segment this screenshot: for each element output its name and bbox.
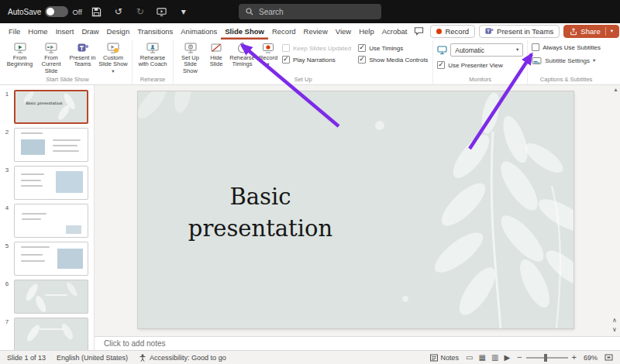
slideshow-view-button[interactable]: ▶ xyxy=(504,353,510,362)
slide-thumbnail-1[interactable]: 1 Basic presentation xyxy=(2,90,88,124)
tab-view[interactable]: View xyxy=(332,23,355,39)
checkbox-icon xyxy=(532,43,539,51)
ribbon-tab-bar: File Home Insert Draw Design Transitions… xyxy=(0,23,620,39)
zoom-in-button[interactable]: + xyxy=(572,353,577,362)
thumbnail-preview xyxy=(14,166,88,200)
language-status[interactable]: English (United States) xyxy=(57,354,128,362)
slide-title-text[interactable]: Basic presentation xyxy=(138,181,383,244)
group-label-rehearse: Rehearse xyxy=(135,76,170,84)
tab-record[interactable]: Record xyxy=(268,23,300,39)
from-beginning-button[interactable]: From Beginning xyxy=(5,40,34,76)
zoom-slider[interactable] xyxy=(526,357,568,359)
from-current-slide-icon xyxy=(45,42,57,54)
customize-quick-access-icon[interactable]: ▾ xyxy=(177,5,191,19)
zoom-percent[interactable]: 69% xyxy=(584,354,598,362)
group-label-start-slide-show: Start Slide Show xyxy=(5,76,129,84)
checkbox-icon xyxy=(358,56,366,64)
use-timings-checkbox[interactable]: Use Timings xyxy=(358,44,428,52)
tab-review[interactable]: Review xyxy=(300,23,332,39)
record-button[interactable]: Record xyxy=(430,25,475,38)
accessibility-icon xyxy=(139,354,146,362)
custom-slide-show-button[interactable]: Custom Slide Show ▾ xyxy=(97,40,129,76)
tab-slide-show[interactable]: Slide Show xyxy=(221,23,268,39)
chevron-down-icon: ▾ xyxy=(593,58,595,64)
record-slideshow-button[interactable]: Record ▾ xyxy=(257,40,280,76)
previous-slide-button[interactable]: ∧ xyxy=(610,317,619,324)
slide-nav-buttons: ∧ ∨ xyxy=(610,317,619,333)
subtitle-settings-icon xyxy=(532,56,542,66)
tab-animations[interactable]: Animations xyxy=(177,23,221,39)
hide-slide-button[interactable]: Hide Slide xyxy=(205,40,228,76)
slide-thumbnail-6[interactable]: 6 xyxy=(2,280,88,314)
title-bar: AutoSave Off ↺ ↻ ▾ Search xyxy=(0,0,620,23)
slide-thumbnail-3[interactable]: 3 xyxy=(2,166,88,200)
rehearse-timings-button[interactable]: Rehearse Timings xyxy=(228,40,257,76)
checkbox-icon xyxy=(358,44,366,52)
hide-slide-icon xyxy=(210,42,222,54)
zoom-out-button[interactable]: − xyxy=(517,353,522,362)
from-current-slide-button[interactable]: From Current Slide xyxy=(34,40,68,76)
thumbnail-preview xyxy=(14,128,88,162)
thumbnail-graphic xyxy=(21,254,43,256)
rehearse-with-coach-button[interactable]: Rehearse with Coach xyxy=(135,40,170,76)
titlebar-actions: Record Present in Teams Share ▾ xyxy=(411,23,620,39)
record-dot-icon xyxy=(436,29,442,34)
tab-file[interactable]: File xyxy=(5,23,24,39)
save-icon[interactable] xyxy=(90,5,104,19)
accessibility-status[interactable]: Accessibility: Good to go xyxy=(139,354,226,362)
reading-view-button[interactable]: ▥ xyxy=(491,353,498,362)
autosave-switch-icon xyxy=(45,6,68,17)
slide-number: 6 xyxy=(2,280,12,314)
monitor-dropdown[interactable]: Automatic ▾ xyxy=(450,43,523,57)
search-input[interactable]: Search xyxy=(239,4,381,19)
notes-toggle-button[interactable]: Notes xyxy=(430,354,460,362)
normal-view-button[interactable]: ▭ xyxy=(466,353,473,362)
tab-acrobat[interactable]: Acrobat xyxy=(378,23,412,39)
share-dropdown-icon[interactable]: ▾ xyxy=(611,29,613,34)
fit-slide-to-window-button[interactable] xyxy=(604,353,613,362)
share-icon xyxy=(570,28,577,36)
set-up-slide-show-button[interactable]: Set Up Slide Show xyxy=(176,40,205,76)
tab-design[interactable]: Design xyxy=(103,23,134,39)
chevron-down-icon: ▾ xyxy=(516,47,518,53)
present-in-teams-button[interactable]: Present in Teams xyxy=(479,25,560,38)
next-slide-button[interactable]: ∨ xyxy=(610,326,619,333)
tab-draw[interactable]: Draw xyxy=(78,23,102,39)
redo-icon[interactable]: ↻ xyxy=(133,5,147,19)
thumbnail-graphic xyxy=(22,218,40,220)
start-slideshow-icon[interactable] xyxy=(155,5,169,19)
keep-slides-updated-checkbox[interactable]: Keep Slides Updated xyxy=(282,44,351,52)
slide-thumbnail-7[interactable]: 7 xyxy=(2,318,88,350)
show-media-controls-checkbox[interactable]: Show Media Controls xyxy=(358,56,428,64)
slide-thumbnail-2[interactable]: 2 xyxy=(2,128,88,162)
thumbnail-graphic xyxy=(21,173,44,175)
zoom-control: − + xyxy=(517,353,577,362)
slide-canvas[interactable]: Basic presentation xyxy=(138,91,574,328)
thumbnail-graphic xyxy=(21,246,50,248)
tab-transitions[interactable]: Transitions xyxy=(133,23,177,39)
tab-help[interactable]: Help xyxy=(355,23,378,39)
slide-counter[interactable]: Slide 1 of 13 xyxy=(7,354,46,362)
use-presenter-view-checkbox[interactable]: Use Presenter View xyxy=(437,61,523,69)
autosave-toggle[interactable]: AutoSave Off xyxy=(8,6,82,17)
monitor-icon xyxy=(437,45,447,55)
zoom-slider-thumb[interactable] xyxy=(544,354,547,362)
always-use-subtitles-checkbox[interactable]: Always Use Subtitles xyxy=(532,43,601,51)
subtitle-settings-button[interactable]: Subtitle Settings ▾ xyxy=(532,56,601,66)
thumbnail-graphic xyxy=(53,139,81,141)
tab-home[interactable]: Home xyxy=(24,23,51,39)
notes-pane[interactable]: Click to add notes xyxy=(95,336,620,350)
slide-thumbnail-4[interactable]: 4 xyxy=(2,204,88,238)
teams-icon xyxy=(485,27,494,36)
comments-button[interactable] xyxy=(411,25,426,38)
status-bar: Slide 1 of 13 English (United States) Ac… xyxy=(0,350,620,364)
share-button[interactable]: Share ▾ xyxy=(563,25,619,38)
scroll-up-button[interactable]: ▲ xyxy=(613,87,618,92)
tab-insert[interactable]: Insert xyxy=(52,23,78,39)
slide-sorter-view-button[interactable]: ▦ xyxy=(479,353,486,362)
thumbnail-preview: Basic presentation xyxy=(14,90,88,124)
ribbon-present-in-teams-button[interactable]: Present in Teams xyxy=(68,40,97,76)
slide-thumbnail-5[interactable]: 5 xyxy=(2,242,88,276)
play-narrations-checkbox[interactable]: Play Narrations xyxy=(282,56,351,64)
undo-icon[interactable]: ↺ xyxy=(112,5,126,19)
